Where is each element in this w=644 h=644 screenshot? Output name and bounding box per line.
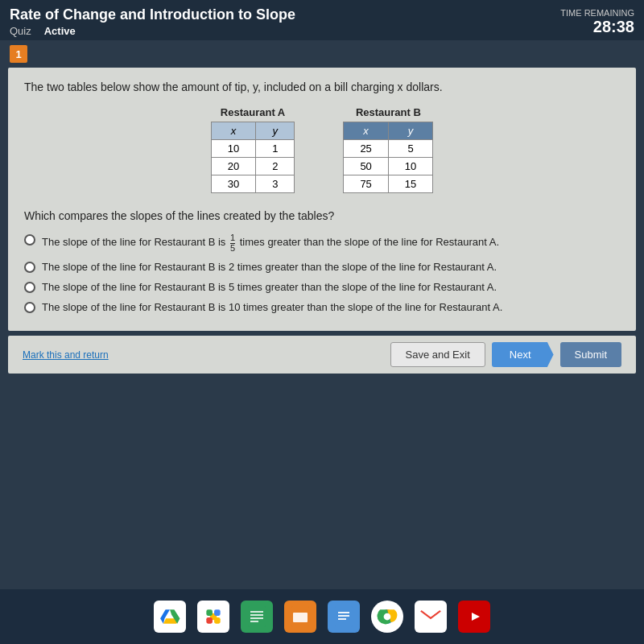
tables-row: Restaurant A x y 10 1 20 2 <box>24 106 620 193</box>
rest-b-r3c2: 15 <box>388 175 432 193</box>
top-bar: Rate of Change and Introduction to Slope… <box>0 0 644 40</box>
rest-b-r3c1: 75 <box>344 175 388 193</box>
which-compares-text: Which compares the slopes of the lines c… <box>24 209 620 222</box>
rest-b-header-y: y <box>388 122 432 140</box>
svg-rect-8 <box>250 617 263 619</box>
restaurant-a-container: Restaurant A x y 10 1 20 2 <box>211 106 295 193</box>
rest-a-header-x: x <box>211 122 255 140</box>
option-1-text: The slope of the line for Restaurant B i… <box>42 233 499 253</box>
restaurant-a-table: x y 10 1 20 2 30 3 <box>211 122 295 193</box>
timer-area: TIME REMAINING 28:38 <box>560 8 634 36</box>
page-title: Rate of Change and Introduction to Slope <box>10 6 634 23</box>
svg-rect-4 <box>214 617 221 624</box>
rest-a-r2c2: 2 <box>256 158 295 175</box>
options-list: The slope of the line for Restaurant B i… <box>24 233 620 313</box>
svg-rect-7 <box>250 614 263 616</box>
taskbar-chrome-icon[interactable] <box>371 601 403 633</box>
rest-b-header-x: x <box>344 122 388 140</box>
option-4[interactable]: The slope of the line for Restaurant B i… <box>24 301 620 313</box>
svg-rect-2 <box>214 609 221 616</box>
restaurant-b-table: x y 25 5 50 10 75 15 <box>343 122 433 193</box>
svg-rect-11 <box>293 613 308 622</box>
next-button[interactable]: Next <box>492 342 554 367</box>
quiz-label: Quiz <box>10 25 31 37</box>
option-2[interactable]: The slope of the line for Restaurant B i… <box>24 261 620 273</box>
svg-rect-13 <box>338 612 349 613</box>
rest-b-r2c1: 50 <box>344 158 388 175</box>
option-3-text: The slope of the line for Restaurant B i… <box>42 281 497 293</box>
taskbar-sheets-icon[interactable] <box>241 601 273 633</box>
radio-option-1[interactable] <box>24 234 35 246</box>
content-area: The two tables below show the amount of … <box>8 68 636 331</box>
table-row: 75 15 <box>344 175 433 193</box>
taskbar-drive-icon[interactable] <box>154 601 186 633</box>
option-2-text: The slope of the line for Restaurant B i… <box>42 261 497 273</box>
svg-rect-15 <box>338 618 346 620</box>
radio-option-3[interactable] <box>24 282 35 293</box>
rest-a-r2c1: 20 <box>211 158 255 175</box>
svg-rect-1 <box>206 609 213 616</box>
timer-label: TIME REMAINING <box>560 8 634 18</box>
question-badge: 1 <box>10 45 27 63</box>
question-text: The two tables below show the amount of … <box>24 80 620 93</box>
rest-a-r1c1: 10 <box>211 140 255 158</box>
option-1[interactable]: The slope of the line for Restaurant B i… <box>24 233 620 253</box>
bottom-bar: Mark this and return Save and Exit Next … <box>8 336 636 374</box>
restaurant-a-label: Restaurant A <box>221 106 285 118</box>
taskbar-youtube-icon[interactable] <box>458 601 490 633</box>
svg-rect-14 <box>338 615 349 617</box>
rest-a-r3c2: 3 <box>256 175 295 193</box>
rest-b-r1c2: 5 <box>388 140 432 158</box>
table-row: 30 3 <box>211 175 295 193</box>
svg-rect-5 <box>248 606 266 627</box>
taskbar-gmail-icon[interactable] <box>415 601 447 633</box>
table-row: 10 1 <box>211 140 295 158</box>
option-3[interactable]: The slope of the line for Restaurant B i… <box>24 281 620 293</box>
rest-b-r2c2: 10 <box>388 158 432 175</box>
svg-rect-3 <box>206 617 213 624</box>
table-row: 50 10 <box>344 158 433 175</box>
save-exit-button[interactable]: Save and Exit <box>390 342 485 367</box>
rest-a-header-y: y <box>256 122 295 140</box>
breadcrumb: Quiz Active <box>10 25 634 37</box>
active-label: Active <box>44 25 76 37</box>
radio-option-4[interactable] <box>24 302 35 313</box>
svg-rect-9 <box>250 621 258 622</box>
mark-link[interactable]: Mark this and return <box>23 349 109 361</box>
rest-b-r1c1: 25 <box>344 140 388 158</box>
table-row: 20 2 <box>211 158 295 175</box>
taskbar-photos-icon[interactable] <box>197 601 229 633</box>
option-4-text: The slope of the line for Restaurant B i… <box>42 301 502 313</box>
radio-option-2[interactable] <box>24 262 35 273</box>
taskbar <box>0 589 644 644</box>
svg-rect-6 <box>250 611 263 613</box>
restaurant-b-container: Restaurant B x y 25 5 50 10 <box>343 106 433 193</box>
fraction-1-5: 1 5 <box>230 233 235 253</box>
submit-button[interactable]: Submit <box>560 342 621 367</box>
taskbar-docs-icon[interactable] <box>328 601 360 633</box>
rest-a-r1c2: 1 <box>256 140 295 158</box>
bottom-buttons: Save and Exit Next Submit <box>390 342 621 367</box>
svg-point-18 <box>384 613 391 621</box>
restaurant-b-label: Restaurant B <box>356 106 421 118</box>
table-row: 25 5 <box>344 140 433 158</box>
rest-a-r3c1: 30 <box>211 175 255 193</box>
taskbar-slides-icon[interactable] <box>284 601 316 633</box>
timer-value: 28:38 <box>560 18 634 36</box>
